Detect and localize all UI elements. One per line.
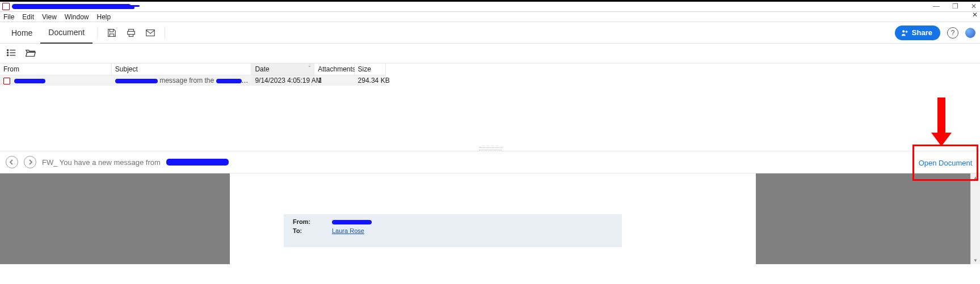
email-to-link[interactable]: Laura Rose	[332, 227, 364, 234]
minimize-button[interactable]: —	[933, 2, 940, 11]
help-icon[interactable]: ?	[947, 27, 958, 39]
email-header-card: From: To: Laura Rose	[284, 214, 622, 247]
table-header-row: From Subject Date ⌄ Attachments Size	[0, 63, 386, 75]
annotation-arrow	[937, 98, 952, 146]
cell-from	[0, 75, 111, 86]
window-controls: — ❐ ✕	[933, 2, 977, 11]
maximize-button[interactable]: ❐	[952, 2, 958, 11]
menu-window[interactable]: Window	[65, 13, 89, 21]
window-title-redacted	[12, 4, 131, 9]
menu-edit[interactable]: Edit	[22, 13, 34, 21]
sort-caret-icon: ⌄	[308, 63, 312, 68]
tab-home[interactable]: Home	[3, 22, 40, 43]
cell-attachments: 1	[314, 75, 354, 86]
table-row[interactable]: message from the … 9/14/2023 4:05:19 AM …	[0, 75, 386, 86]
open-folder-icon[interactable]	[25, 47, 36, 60]
annotation-highlight-box: Open Document	[912, 145, 978, 181]
menu-file[interactable]: File	[3, 13, 14, 21]
nav-prev-button[interactable]	[6, 156, 18, 168]
cell-subject: message from the …	[111, 75, 251, 86]
col-header-date[interactable]: Date ⌄	[251, 63, 314, 75]
splitter[interactable]	[0, 146, 980, 151]
subject-redacted-right	[216, 79, 242, 83]
sub-toolbar	[0, 44, 980, 63]
share-button[interactable]: Share	[895, 26, 940, 40]
toolbar-separator	[97, 27, 98, 39]
col-header-subject[interactable]: Subject	[111, 63, 251, 75]
menu-help[interactable]: Help	[97, 13, 111, 21]
col-header-date-label: Date	[255, 65, 269, 73]
tab-document[interactable]: Document	[40, 22, 92, 44]
preview-nav-bar: FW_ You have a new message from Open Doc…	[0, 151, 980, 173]
email-from-redacted	[332, 220, 372, 224]
menu-view[interactable]: View	[42, 13, 57, 21]
cell-size: 294.34 KB	[354, 75, 385, 86]
menu-bar: File Edit View Window Help	[0, 12, 980, 22]
scroll-down-icon[interactable]: ▼	[971, 256, 980, 264]
toolbar-separator-2	[165, 27, 165, 39]
document-preview: From: To: Laura Rose ▲ ▼	[0, 173, 980, 264]
svg-point-3	[7, 52, 9, 53]
subject-redacted-left	[115, 79, 158, 83]
print-icon[interactable]	[126, 28, 136, 38]
list-view-icon[interactable]	[6, 47, 17, 60]
svg-point-1	[902, 30, 905, 32]
nav-subject-prefix: FW_ You have a new message from	[42, 158, 161, 167]
svg-point-4	[7, 54, 9, 56]
col-header-attachments[interactable]: Attachments	[314, 63, 354, 75]
mail-icon[interactable]	[145, 28, 155, 38]
svg-point-2	[7, 49, 9, 50]
open-document-link[interactable]: Open Document	[919, 159, 973, 167]
col-header-from[interactable]: From	[0, 63, 111, 75]
profile-globe-icon[interactable]	[965, 28, 975, 38]
email-to-label: To:	[289, 227, 327, 235]
main-toolbar: Home Document Share ?	[0, 22, 980, 44]
email-from-label: From:	[289, 218, 327, 226]
message-table: From Subject Date ⌄ Attachments Size mes…	[0, 63, 386, 86]
preview-scrollbar[interactable]: ▲ ▼	[970, 173, 980, 264]
share-person-icon	[901, 29, 909, 37]
svg-rect-0	[146, 29, 154, 36]
from-redacted	[14, 79, 45, 83]
message-list: From Subject Date ⌄ Attachments Size mes…	[0, 63, 980, 146]
col-header-size[interactable]: Size	[354, 63, 385, 75]
subject-partial-text: message from the	[159, 77, 214, 84]
title-bar: — ❐ ✕	[0, 2, 980, 12]
nav-subject-redacted	[166, 159, 229, 166]
splitter-grip-icon	[479, 147, 502, 150]
close-button[interactable]: ✕	[971, 2, 977, 11]
cell-date: 9/14/2023 4:05:19 AM	[251, 75, 314, 86]
save-icon[interactable]	[107, 28, 117, 38]
pdf-row-icon	[3, 78, 10, 84]
nav-next-button[interactable]	[24, 156, 36, 168]
share-label: Share	[912, 28, 932, 37]
app-icon	[2, 3, 10, 10]
